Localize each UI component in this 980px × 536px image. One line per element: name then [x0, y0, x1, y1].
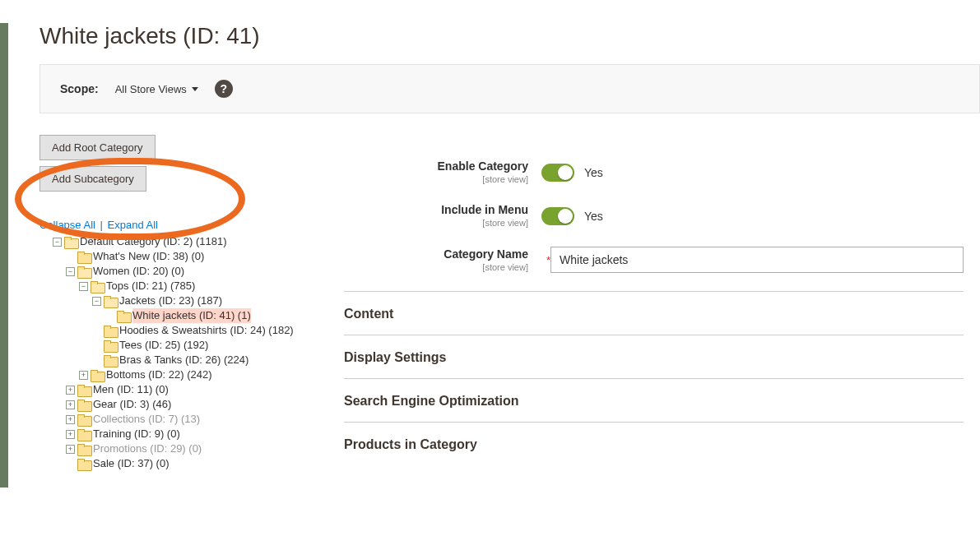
folder-icon — [117, 311, 130, 321]
folder-open-icon — [104, 296, 117, 307]
tree-node-collections[interactable]: + Collections (ID: 7) (13) — [66, 412, 319, 427]
separator: | — [100, 219, 103, 231]
tree-node-jackets[interactable]: − Jackets (ID: 23) (187) — [92, 293, 319, 308]
expand-icon[interactable]: + — [66, 430, 75, 439]
add-subcategory-button[interactable]: Add Subcategory — [39, 166, 146, 192]
folder-icon — [77, 444, 91, 455]
tree-node-default-category[interactable]: − Default Category (ID: 2) (1181) — [53, 234, 319, 249]
scope-select[interactable]: All Store Views — [115, 83, 198, 95]
chevron-down-icon — [192, 87, 198, 91]
section-content[interactable]: Content — [344, 291, 964, 335]
tree-node-training[interactable]: + Training (ID: 9) (0) — [66, 427, 319, 441]
expand-icon[interactable]: + — [79, 371, 88, 380]
tree-node-white-jackets[interactable]: White jackets (ID: 41) (1) — [105, 308, 319, 323]
tree-node-gear[interactable]: + Gear (ID: 3) (46) — [66, 397, 319, 412]
folder-icon — [77, 414, 91, 425]
collapse-icon[interactable]: − — [66, 267, 75, 276]
expand-icon[interactable]: + — [66, 415, 75, 424]
tree-node-tops[interactable]: − Tops (ID: 21) (785) — [79, 279, 319, 293]
folder-open-icon — [77, 266, 91, 277]
collapse-icon[interactable]: − — [92, 297, 101, 306]
tree-node-sale[interactable]: Sale (ID: 37) (0) — [66, 456, 319, 471]
scope-select-value: All Store Views — [115, 83, 187, 95]
expand-icon[interactable]: + — [66, 400, 75, 409]
help-icon[interactable]: ? — [215, 80, 233, 98]
include-in-menu-label: Include in Menu — [344, 203, 528, 216]
category-tree: − Default Category (ID: 2) (1181) What's… — [39, 234, 319, 471]
include-in-menu-hint: [store view] — [482, 218, 528, 228]
folder-icon — [104, 326, 117, 336]
folder-open-icon — [64, 237, 77, 247]
folder-icon — [104, 355, 117, 366]
collapse-icon[interactable]: − — [53, 238, 62, 247]
folder-icon — [77, 400, 91, 410]
enable-category-toggle[interactable] — [541, 164, 574, 182]
enable-category-label: Enable Category — [344, 159, 528, 173]
add-root-category-button[interactable]: Add Root Category — [39, 135, 156, 160]
expand-all-link[interactable]: Expand All — [108, 219, 158, 231]
folder-icon — [77, 252, 91, 262]
tree-node-women[interactable]: − Women (ID: 20) (0) — [66, 264, 319, 279]
section-seo[interactable]: Search Engine Optimization — [344, 378, 964, 422]
page-title: White jackets (ID: 41) — [39, 23, 980, 49]
tree-node-men[interactable]: + Men (ID: 11) (0) — [66, 382, 319, 397]
folder-icon — [104, 340, 117, 351]
sidebar-sliver — [0, 23, 8, 487]
enable-category-value: Yes — [584, 166, 603, 179]
folder-icon — [77, 385, 91, 395]
folder-icon — [77, 429, 91, 440]
tree-node-whats-new[interactable]: What's New (ID: 38) (0) — [66, 249, 319, 264]
include-in-menu-value: Yes — [584, 210, 603, 223]
tree-node-hoodies[interactable]: Hoodies & Sweatshirts (ID: 24) (182) — [92, 323, 319, 338]
scope-bar: Scope: All Store Views ? — [39, 64, 980, 113]
folder-icon — [77, 459, 91, 469]
category-name-label: Category Name — [344, 247, 528, 261]
tree-node-promotions[interactable]: + Promotions (ID: 29) (0) — [66, 441, 319, 456]
folder-open-icon — [91, 281, 104, 292]
scope-label: Scope: — [60, 82, 99, 95]
collapse-icon[interactable]: − — [79, 282, 88, 291]
section-display-settings[interactable]: Display Settings — [344, 335, 964, 378]
expand-icon[interactable]: + — [66, 386, 75, 395]
category-name-input[interactable] — [550, 247, 964, 273]
tree-node-tees[interactable]: Tees (ID: 25) (192) — [92, 338, 319, 353]
collapse-all-link[interactable]: Collapse All — [39, 219, 95, 231]
tree-node-bras[interactable]: Bras & Tanks (ID: 26) (224) — [92, 353, 319, 367]
section-products-in-category[interactable]: Products in Category — [344, 422, 964, 465]
enable-category-hint: [store view] — [482, 174, 528, 184]
include-in-menu-toggle[interactable] — [541, 207, 574, 225]
expand-icon[interactable]: + — [66, 445, 75, 454]
category-name-hint: [store view] — [482, 262, 528, 272]
tree-node-bottoms[interactable]: + Bottoms (ID: 22) (242) — [79, 367, 319, 382]
folder-icon — [91, 370, 104, 381]
